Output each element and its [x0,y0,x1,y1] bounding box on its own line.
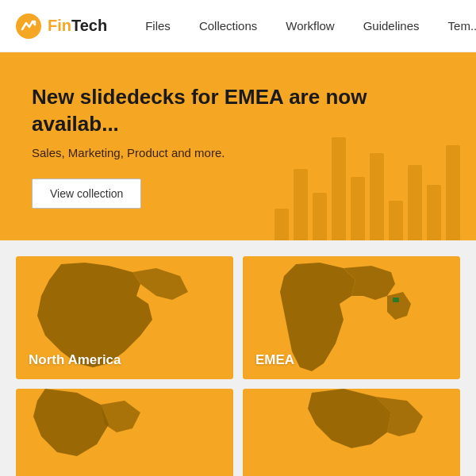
map-bottom-left [16,389,233,476]
hero-banner: New slidedecks for EMEA are now availab.… [0,52,476,240]
logo-icon [16,13,41,39]
nav-item-files[interactable]: Files [131,0,185,52]
hero-subheading: Sales, Marketing, Product and more. [32,146,444,159]
header: FinTech Files Collections Workflow Guide… [0,0,476,52]
card-emea[interactable]: EMEA [243,256,460,379]
map-bottom-right [243,389,460,476]
card-north-america-label: North America [29,352,121,368]
card-north-america[interactable]: North America [16,256,233,379]
cards-grid: North America EMEA [0,240,476,476]
nav-item-templates[interactable]: Tem... [434,0,476,52]
view-collection-button[interactable]: View collection [32,178,141,209]
card-emea-label: EMEA [255,352,294,368]
nav-item-guidelines[interactable]: Guidelines [349,0,434,52]
card-bottom-left[interactable] [16,389,233,476]
svg-rect-3 [393,298,399,302]
main-nav: Files Collections Workflow Guidelines Te… [131,0,476,52]
logo[interactable]: FinTech [16,13,107,39]
nav-item-workflow[interactable]: Workflow [271,0,348,52]
card-bottom-right[interactable] [243,389,460,476]
logo-text: FinTech [48,17,107,35]
nav-item-collections[interactable]: Collections [185,0,271,52]
hero-heading: New slidedecks for EMEA are now availab.… [32,84,428,138]
